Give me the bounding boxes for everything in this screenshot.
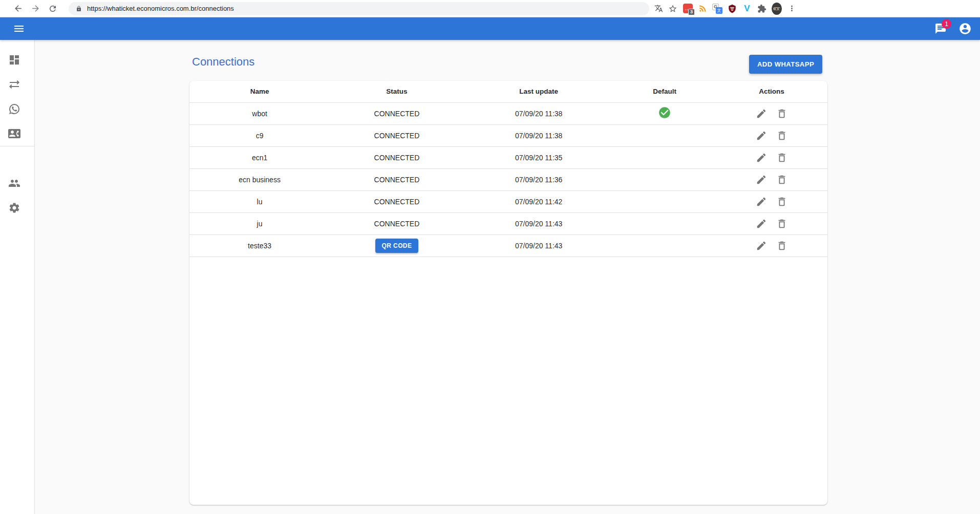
- sidebar-item-contacts[interactable]: [0, 121, 34, 146]
- forward-button[interactable]: [27, 1, 44, 16]
- cell-default: [614, 168, 716, 190]
- cell-name: ecn business: [189, 168, 330, 190]
- cell-status: CONNECTED: [330, 190, 464, 212]
- qr-code-button[interactable]: QR CODE: [375, 239, 419, 253]
- cell-status: CONNECTED: [330, 212, 464, 234]
- cell-name: c9: [189, 124, 330, 146]
- trash-icon: [776, 240, 787, 251]
- cell-actions: [716, 190, 827, 212]
- rss-extension-icon[interactable]: [697, 4, 708, 14]
- sidebar-item-users[interactable]: [0, 171, 34, 196]
- edit-button[interactable]: [754, 128, 769, 143]
- vimeo-extension-icon[interactable]: V: [742, 4, 752, 14]
- cell-status: CONNECTED: [330, 102, 464, 124]
- table-row: ecn1 CONNECTED 07/09/20 11:35: [189, 146, 827, 168]
- status-text: CONNECTED: [374, 110, 420, 118]
- delete-button[interactable]: [775, 173, 789, 187]
- account-button[interactable]: [954, 18, 976, 39]
- extensions-puzzle-icon[interactable]: [757, 4, 767, 14]
- cell-name: ecn1: [189, 146, 330, 168]
- connections-card: Name Status Last update Default Actions …: [189, 81, 827, 505]
- browser-profile-avatar[interactable]: [772, 4, 782, 14]
- red-extension-icon[interactable]: ... 3: [683, 4, 693, 14]
- edit-button[interactable]: [754, 106, 769, 121]
- table-row: teste33 QR CODE 07/09/20 11:43: [189, 234, 827, 256]
- bookmark-star-icon[interactable]: [668, 4, 677, 13]
- cell-name: ju: [189, 212, 330, 234]
- cell-status: CONNECTED: [330, 168, 464, 190]
- default-check-icon: [658, 106, 671, 119]
- cell-status: CONNECTED: [330, 146, 464, 168]
- sidebar: [0, 40, 35, 514]
- page-title: Connections: [192, 55, 254, 69]
- edit-pencil-icon: [756, 196, 767, 207]
- cell-default: [614, 102, 716, 124]
- account-circle-icon: [958, 22, 972, 35]
- col-header-last-update: Last update: [464, 81, 614, 102]
- cell-last-update: 07/09/20 11:38: [464, 124, 614, 146]
- cell-default: [614, 124, 716, 146]
- cell-status: QR CODE: [330, 234, 464, 256]
- edit-pencil-icon: [756, 152, 767, 163]
- col-header-status: Status: [330, 81, 464, 102]
- browser-toolbar: https://whaticket.economicros.com.br/con…: [0, 0, 980, 17]
- cell-name: lu: [189, 190, 330, 212]
- delete-button[interactable]: [775, 151, 789, 165]
- ublock-extension-icon[interactable]: [727, 4, 737, 14]
- edit-pencil-icon: [756, 130, 767, 141]
- notification-badge: 1: [942, 19, 951, 29]
- translate-page-icon[interactable]: [654, 4, 663, 13]
- back-button[interactable]: [9, 1, 27, 16]
- trash-icon: [776, 152, 787, 163]
- sidebar-item-settings[interactable]: [0, 196, 34, 220]
- sidebar-item-connections[interactable]: [0, 97, 34, 121]
- edit-pencil-icon: [756, 108, 767, 119]
- delete-button[interactable]: [775, 195, 789, 209]
- cell-default: [614, 190, 716, 212]
- lock-icon: [76, 6, 82, 12]
- sidebar-item-tickets[interactable]: [0, 72, 34, 97]
- address-bar[interactable]: https://whaticket.economicros.com.br/con…: [69, 2, 649, 15]
- status-text: CONNECTED: [374, 198, 420, 206]
- translate-extension-icon[interactable]: G 文: [712, 4, 722, 14]
- cell-last-update: 07/09/20 11:43: [464, 212, 614, 234]
- sidebar-item-dashboard[interactable]: [0, 48, 34, 72]
- delete-button[interactable]: [775, 239, 789, 253]
- status-text: CONNECTED: [374, 154, 420, 162]
- menu-button[interactable]: [8, 18, 30, 39]
- edit-button[interactable]: [754, 173, 769, 187]
- table-header-row: Name Status Last update Default Actions: [189, 81, 827, 102]
- messages-button[interactable]: 1: [930, 18, 951, 39]
- edit-button[interactable]: [754, 239, 769, 253]
- cell-default: [614, 212, 716, 234]
- col-header-default: Default: [614, 81, 716, 102]
- col-header-name: Name: [189, 81, 330, 102]
- back-icon: [13, 4, 23, 13]
- table-row: lu CONNECTED 07/09/20 11:42: [189, 190, 827, 212]
- edit-button[interactable]: [754, 217, 769, 231]
- edit-button[interactable]: [754, 195, 769, 209]
- delete-button[interactable]: [775, 106, 789, 121]
- status-text: CONNECTED: [374, 220, 420, 228]
- status-text: CONNECTED: [374, 132, 420, 140]
- table-body: wbot CONNECTED 07/09/20 11:38 c9 CONNECT…: [189, 102, 827, 256]
- main-content: Connections ADD WHATSAPP Name Status Las…: [35, 40, 980, 514]
- whatsapp-icon: [8, 103, 20, 115]
- hamburger-menu-icon: [13, 23, 25, 35]
- table-row: wbot CONNECTED 07/09/20 11:38: [189, 102, 827, 124]
- add-whatsapp-button[interactable]: ADD WHATSAPP: [749, 55, 822, 74]
- edit-pencil-icon: [756, 218, 767, 229]
- delete-button[interactable]: [775, 217, 789, 231]
- url-text[interactable]: https://whaticket.economicros.com.br/con…: [87, 5, 234, 12]
- edit-button[interactable]: [754, 151, 769, 165]
- cell-last-update: 07/09/20 11:38: [464, 102, 614, 124]
- cell-actions: [716, 212, 827, 234]
- page: { "browser": { "url": "https://whaticket…: [0, 0, 980, 514]
- reload-button[interactable]: [44, 1, 61, 16]
- trash-icon: [776, 108, 787, 119]
- delete-button[interactable]: [775, 128, 789, 143]
- status-text: CONNECTED: [374, 176, 420, 184]
- browser-menu-kebab-icon[interactable]: [786, 4, 797, 14]
- cell-default: [614, 146, 716, 168]
- dashboard-icon: [8, 54, 20, 66]
